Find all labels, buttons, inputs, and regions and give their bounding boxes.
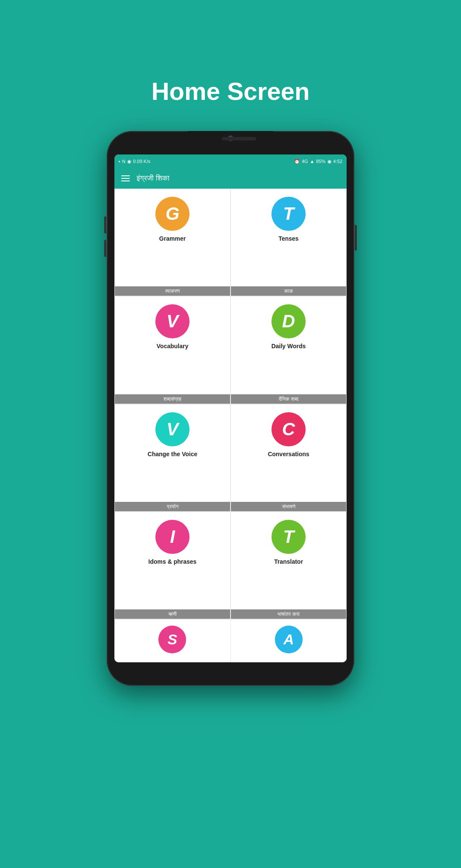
battery-text: 85% [316, 159, 326, 164]
network-icon: 4G [302, 159, 308, 164]
change-voice-label-en: Change the Voice [148, 451, 197, 457]
grid-item-daily-words[interactable]: D Daily Words दैनिक शब्द [230, 296, 347, 404]
grid-item-alphabet-partial[interactable]: A [231, 620, 347, 662]
status-left: ▪ N ◉ 0.09 K/s [119, 159, 150, 164]
volume-up-button [104, 216, 106, 233]
speaker-icon [222, 137, 256, 140]
conversations-label-mr: संभाषणे [231, 502, 346, 511]
bottom-partial-row: S A [114, 619, 347, 662]
alarm-icon: ⏰ [294, 159, 300, 164]
vocabulary-icon: V [155, 304, 190, 338]
grid-item-idioms[interactable]: I Idoms & phrases म्हणी [114, 512, 230, 619]
vpn-icon: N [122, 159, 125, 164]
daily-words-icon: D [271, 304, 306, 338]
idioms-label-en: Idoms & phrases [149, 558, 197, 565]
volume-down-button [104, 240, 106, 257]
status-bar: ▪ N ◉ 0.09 K/s ⏰ 4G ▲ 85% ◉ 4:52 [114, 154, 347, 168]
conversations-icon: C [271, 412, 306, 446]
phone-mockup: ▪ N ◉ 0.09 K/s ⏰ 4G ▲ 85% ◉ 4:52 [107, 131, 354, 686]
page-title: Home Screen [152, 77, 310, 105]
grammer-label-en: Grammer [159, 235, 186, 242]
idioms-label-mr: म्हणी [115, 609, 230, 619]
daily-words-label-en: Daily Words [271, 343, 306, 350]
change-voice-label-mr: प्रयोग [115, 502, 230, 511]
translator-label-en: Translator [274, 558, 303, 565]
tenses-label-en: Tenses [278, 235, 298, 242]
vocabulary-label-mr: शब्दसंग्रह [115, 394, 230, 404]
screen-record-icon: ◉ [127, 159, 131, 164]
change-voice-icon: V [155, 412, 190, 446]
conversations-label-en: Conversations [268, 451, 309, 457]
power-button [355, 225, 357, 250]
menu-grid: G Grammer व्याकरण T Tenses काळ V Vocabul… [114, 189, 347, 619]
sentences-icon: S [158, 626, 186, 653]
grid-item-change-voice[interactable]: V Change the Voice प्रयोग [114, 404, 230, 512]
alphabet-icon: A [275, 626, 303, 653]
speed-text: 0.09 K/s [133, 159, 150, 164]
translator-label-mr: भाषांतर करा [231, 609, 346, 619]
grid-item-grammer[interactable]: G Grammer व्याकरण [114, 189, 230, 296]
phone-notch [188, 131, 273, 143]
sim-icon: ▪ [119, 159, 120, 164]
time-text: 4:52 [333, 159, 342, 164]
grid-item-vocabulary[interactable]: V Vocabulary शब्दसंग्रह [114, 296, 230, 404]
menu-icon[interactable] [121, 175, 130, 181]
idioms-icon: I [155, 520, 190, 554]
grammer-icon: G [155, 197, 190, 231]
battery-icon: ◉ [327, 159, 332, 164]
grid-item-translator[interactable]: T Translator भाषांतर करा [230, 512, 347, 619]
toolbar-title: इंग्रजी शिका [137, 174, 169, 183]
status-right: ⏰ 4G ▲ 85% ◉ 4:52 [294, 159, 342, 164]
grammer-label-mr: व्याकरण [115, 286, 230, 296]
app-toolbar: इंग्रजी शिका [114, 168, 347, 189]
translator-icon: T [271, 520, 306, 554]
vocabulary-label-en: Vocabulary [157, 343, 188, 350]
tenses-label-mr: काळ [231, 286, 346, 296]
signal-bars: ▲ [310, 159, 315, 164]
grid-item-tenses[interactable]: T Tenses काळ [230, 189, 347, 296]
daily-words-label-mr: दैनिक शब्द [231, 394, 346, 404]
tenses-icon: T [271, 197, 306, 231]
grid-item-sentences-partial[interactable]: S [114, 620, 231, 662]
phone-screen: ▪ N ◉ 0.09 K/s ⏰ 4G ▲ 85% ◉ 4:52 [114, 154, 347, 662]
grid-item-conversations[interactable]: C Conversations संभाषणे [230, 404, 347, 512]
